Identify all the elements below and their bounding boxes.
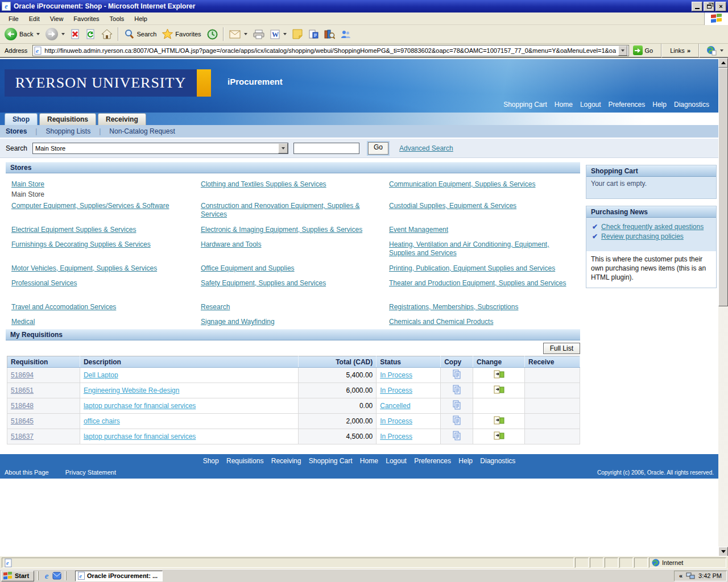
mail-button[interactable] <box>227 29 250 40</box>
copy-icon[interactable] <box>452 419 461 427</box>
requisition-status-link[interactable]: In Process <box>380 371 412 379</box>
requisition-description-link[interactable]: laptop purchase for financial services <box>84 402 196 410</box>
address-dropdown-button[interactable] <box>618 45 627 56</box>
requisition-description-link[interactable]: laptop purchase for financial services <box>84 433 196 440</box>
quicklaunch-ie-icon[interactable]: e <box>42 571 52 581</box>
copy-icon[interactable] <box>452 373 461 381</box>
address-input[interactable]: e http://finuweb.admin.ryerson.ca:8007/O… <box>32 45 628 56</box>
nav-logout[interactable]: Logout <box>580 101 601 109</box>
nav-diagnostics[interactable]: Diagnostics <box>674 101 709 109</box>
research-button[interactable] <box>322 28 337 40</box>
print-button[interactable] <box>251 28 267 40</box>
requisition-description-link[interactable]: Dell Laptop <box>84 371 118 379</box>
back-button[interactable]: Back <box>2 27 42 41</box>
nav-home[interactable]: Home <box>555 101 573 109</box>
requisition-status-link[interactable]: Cancelled <box>380 402 410 410</box>
policies-link[interactable]: Review purchasing policies <box>601 232 684 240</box>
store-link[interactable]: Computer Equipment, Supplies/Services & … <box>11 202 169 210</box>
footer-link-preferences[interactable]: Preferences <box>414 457 451 465</box>
nav-preferences[interactable]: Preferences <box>609 101 646 109</box>
store-link[interactable]: Travel and Accomodation Services <box>11 303 116 311</box>
tray-chevron-icon[interactable]: « <box>679 572 682 579</box>
change-icon[interactable] <box>494 434 504 442</box>
requisition-id-link[interactable]: 518648 <box>11 402 34 410</box>
store-link[interactable]: Event Management <box>389 226 448 234</box>
search-input[interactable] <box>293 143 359 154</box>
footer-link-diagnostics[interactable]: Diagnostics <box>480 457 515 465</box>
store-link[interactable]: Clothing and Textiles Supplies & Service… <box>201 180 326 188</box>
taskbar-window-button[interactable]: e Oracle iProcurement: ... <box>75 571 163 581</box>
messenger-doc-button[interactable] <box>306 28 321 40</box>
store-link[interactable]: Furnishings & Decorating Supplies & Serv… <box>11 240 151 248</box>
store-link[interactable]: Printing, Publication, Equipment Supplie… <box>389 264 555 272</box>
requisition-description-link[interactable]: Engineering Website Re-design <box>84 386 180 394</box>
forward-button[interactable] <box>43 27 67 41</box>
edit-dropdown-icon[interactable] <box>283 33 287 35</box>
requisition-status-link[interactable]: In Process <box>380 386 412 394</box>
go-button[interactable]: Go <box>632 45 657 56</box>
subnav-shopping-lists[interactable]: Shopping Lists <box>46 127 90 135</box>
refresh-button[interactable] <box>84 28 98 41</box>
store-link[interactable]: Research <box>201 303 230 311</box>
vertical-scrollbar[interactable] <box>718 58 728 556</box>
footer-link-receiving[interactable]: Receiving <box>271 457 301 465</box>
scrollbar-thumb[interactable] <box>718 68 728 306</box>
privacy-statement-link[interactable]: Privacy Statement <box>65 469 116 476</box>
store-link[interactable]: Signage and Wayfinding <box>201 318 275 326</box>
tab-requisitions[interactable]: Requisitions <box>39 113 96 125</box>
page-globe-button[interactable] <box>704 44 726 57</box>
footer-link-help[interactable]: Help <box>458 457 473 465</box>
page-globe-dropdown-icon[interactable] <box>720 49 723 52</box>
store-select[interactable]: Main Store <box>32 143 288 154</box>
store-link[interactable]: Main Store <box>11 180 44 188</box>
scroll-down-button[interactable] <box>718 547 728 556</box>
close-button[interactable]: × <box>715 2 726 11</box>
search-go-button[interactable]: Go <box>368 142 388 155</box>
subnav-stores[interactable]: Stores <box>6 127 27 135</box>
store-link[interactable]: Electronic & Imaging Equipment, Supplies… <box>201 226 362 234</box>
restore-button[interactable] <box>704 2 714 11</box>
store-link[interactable]: Medical <box>11 318 35 326</box>
requisition-id-link[interactable]: 518637 <box>11 433 34 440</box>
footer-link-home[interactable]: Home <box>360 457 378 465</box>
menu-file[interactable]: File <box>3 14 24 24</box>
store-link[interactable]: Communication Equipment, Supplies & Serv… <box>389 180 535 188</box>
quicklaunch-outlook-icon[interactable] <box>52 571 62 581</box>
requisition-status-link[interactable]: In Process <box>380 417 412 425</box>
footer-link-logout[interactable]: Logout <box>386 457 407 465</box>
store-link[interactable]: Professional Services <box>11 279 77 287</box>
store-select-dropdown-icon[interactable] <box>278 143 288 153</box>
history-button[interactable] <box>205 28 220 41</box>
favorites-button[interactable]: Favorites <box>160 28 203 40</box>
requisition-description-link[interactable]: office chairs <box>84 417 120 425</box>
store-link[interactable]: Heating, Ventilation and Air Conditionin… <box>389 240 549 257</box>
footer-link-requisitions[interactable]: Requisitions <box>226 457 263 465</box>
subnav-non-catalog-request[interactable]: Non-Catalog Request <box>109 127 175 135</box>
footer-link-shopping-cart[interactable]: Shopping Cart <box>309 457 353 465</box>
store-link[interactable]: Registrations, Memberships, Subscription… <box>389 303 518 311</box>
forward-dropdown-icon[interactable] <box>61 33 65 35</box>
copy-icon[interactable] <box>452 404 461 411</box>
change-icon[interactable] <box>494 372 504 380</box>
menu-view[interactable]: View <box>45 14 69 24</box>
store-link[interactable]: Hardware and Tools <box>201 240 262 248</box>
scroll-up-button[interactable] <box>718 58 728 68</box>
start-button[interactable]: Start <box>1 571 34 581</box>
change-icon[interactable] <box>494 388 504 396</box>
footer-link-shop[interactable]: Shop <box>203 457 219 465</box>
full-list-button[interactable]: Full List <box>543 343 580 354</box>
change-icon[interactable] <box>494 418 504 426</box>
mail-dropdown-icon[interactable] <box>244 33 247 35</box>
menu-help[interactable]: Help <box>129 14 152 24</box>
links-button[interactable]: Links » <box>667 47 694 54</box>
tab-shop[interactable]: Shop <box>5 113 38 125</box>
nav-shopping-cart[interactable]: Shopping Cart <box>503 101 547 109</box>
menu-edit[interactable]: Edit <box>24 14 45 24</box>
taskbar-clock[interactable]: 3:42 PM <box>698 572 722 579</box>
edit-button[interactable]: W <box>268 28 289 40</box>
menu-tools[interactable]: Tools <box>105 14 130 24</box>
store-link[interactable]: Theater and Production Equipment, Suppli… <box>389 279 566 287</box>
about-this-page-link[interactable]: About this Page <box>5 469 49 476</box>
copy-icon[interactable] <box>452 434 461 442</box>
home-button[interactable] <box>99 28 115 40</box>
